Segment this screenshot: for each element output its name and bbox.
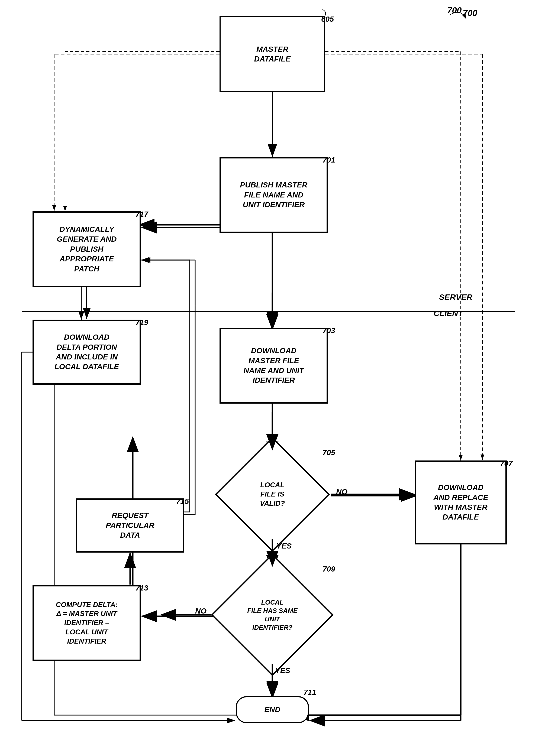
- local-file-valid-diamond: LOCAL FILE IS VALID?: [214, 450, 331, 539]
- diagram-container: 700 MASTER DATAFILE 605 700 SERVER CLIEN…: [0, 0, 545, 756]
- master-datafile-box: MASTER DATAFILE: [219, 16, 325, 92]
- compute-delta-label: COMPUTE DELTA: Δ = MASTER UNIT IDENTIFIE…: [56, 600, 118, 646]
- end-label: END: [264, 705, 280, 715]
- node-715-label: 715: [176, 497, 189, 506]
- client-label: CLIENT: [434, 309, 463, 318]
- download-replace-box: DOWNLOAD AND REPLACE WITH MASTER DATAFIL…: [415, 460, 507, 544]
- diagram-id-label: 700: [463, 8, 477, 18]
- dynamically-generate-box: DYNAMICALLY GENERATE AND PUBLISH APPROPR…: [33, 211, 141, 287]
- node-711-label: 711: [304, 688, 316, 697]
- download-delta-box: DOWNLOAD DELTA PORTION AND INCLUDE IN LO…: [33, 320, 141, 385]
- publish-master-box: PUBLISH MASTER FILE NAME AND UNIT IDENTI…: [219, 157, 328, 233]
- yes-709-label: YES: [275, 666, 290, 675]
- node-717-label: 717: [135, 210, 148, 219]
- request-data-box: REQUEST PARTICULAR DATA: [76, 498, 184, 553]
- request-data-label: REQUEST PARTICULAR DATA: [106, 511, 154, 540]
- node-705-label: 705: [323, 448, 335, 457]
- compute-delta-box: COMPUTE DELTA: Δ = MASTER UNIT IDENTIFIE…: [33, 585, 141, 661]
- node-703-label: 703: [323, 326, 335, 335]
- local-file-valid-label: LOCAL FILE IS VALID?: [260, 481, 285, 508]
- dynamically-generate-label: DYNAMICALLY GENERATE AND PUBLISH APPROPR…: [57, 225, 117, 274]
- server-label: SERVER: [439, 293, 472, 302]
- end-box: END: [236, 696, 309, 723]
- node-605-label: 605: [321, 15, 334, 24]
- local-same-unit-label: LOCAL FILE HAS SAME UNIT IDENTIFIER?: [247, 598, 297, 632]
- master-datafile-label: MASTER DATAFILE: [254, 44, 291, 64]
- node-707-label: 707: [500, 459, 513, 468]
- download-master-box: DOWNLOAD MASTER FILE NAME AND UNIT IDENT…: [219, 328, 328, 404]
- node-719-label: 719: [135, 318, 148, 327]
- local-same-unit-diamond: LOCAL FILE HAS SAME UNIT IDENTIFIER?: [214, 566, 331, 664]
- node-701-label: 701: [323, 156, 335, 164]
- node-700-label: 700: [447, 5, 462, 15]
- publish-master-label: PUBLISH MASTER FILE NAME AND UNIT IDENTI…: [240, 180, 308, 210]
- node-709-label: 709: [323, 565, 335, 573]
- node-713-label: 713: [135, 584, 148, 592]
- no-709-label: NO: [195, 607, 206, 615]
- download-replace-label: DOWNLOAD AND REPLACE WITH MASTER DATAFIL…: [433, 483, 488, 522]
- yes-705-label: YES: [277, 542, 292, 550]
- download-delta-label: DOWNLOAD DELTA PORTION AND INCLUDE IN LO…: [54, 332, 119, 372]
- no-705-label: NO: [336, 488, 348, 496]
- download-master-label: DOWNLOAD MASTER FILE NAME AND UNIT IDENT…: [243, 346, 304, 385]
